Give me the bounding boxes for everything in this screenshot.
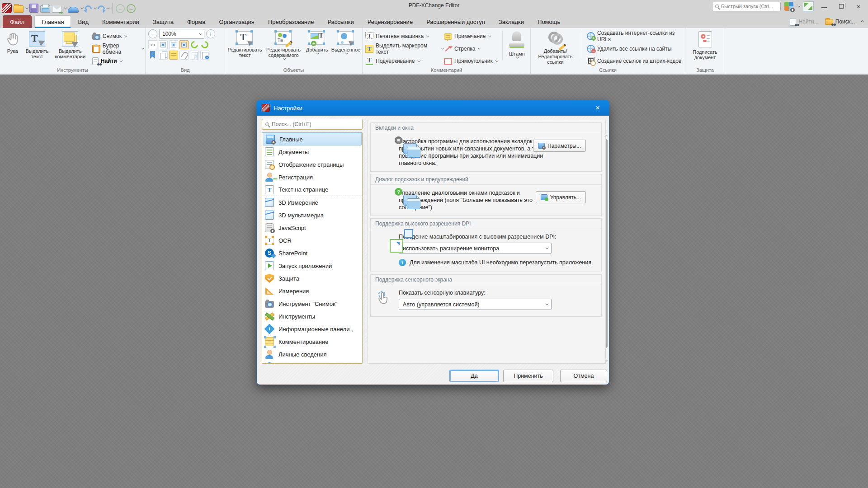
settings-search-field[interactable] — [262, 119, 363, 130]
tab[interactable]: Организация — [212, 15, 261, 28]
sidebar-item[interactable]: Запуск приложений — [262, 259, 362, 272]
fit-visible-icon[interactable] — [179, 40, 189, 49]
fullscreen-icon[interactable] — [803, 1, 814, 11]
zoom-in-button[interactable]: + — [206, 29, 215, 38]
print-icon[interactable] — [40, 5, 50, 13]
touch-keyboard-select[interactable]: Авто (управляется системой) — [399, 299, 552, 310]
thumbnails-panel-icon[interactable] — [159, 51, 168, 60]
open-file-icon[interactable] — [14, 5, 24, 13]
redo-dropdown-icon[interactable] — [107, 6, 110, 9]
tab[interactable]: Комментарий — [95, 15, 146, 28]
open-dropdown-icon[interactable] — [25, 6, 28, 9]
snapshot-button[interactable]: Снимок — [92, 32, 143, 41]
sidebar-item[interactable]: Измерения — [262, 285, 362, 297]
app-logo-icon[interactable] — [2, 3, 12, 13]
bookmarks-panel-icon[interactable] — [148, 51, 157, 60]
close-button[interactable]: × — [852, 1, 865, 11]
underline-button[interactable]: Подчеркивание — [365, 56, 443, 66]
remove-weblinks-button[interactable]: − Удалить все ссылки на сайты — [587, 44, 683, 53]
minimize-button[interactable] — [817, 1, 831, 11]
manage-button[interactable]: Управлять... — [536, 191, 586, 203]
ui-options-icon[interactable] — [784, 2, 793, 11]
tab[interactable]: Рецензирование — [361, 15, 420, 28]
rotate-right-icon[interactable] — [200, 40, 209, 49]
redo-icon[interactable] — [96, 4, 107, 14]
sidebar-item[interactable]: Информационные панели , — [262, 323, 362, 335]
fit-page-icon[interactable] — [159, 40, 168, 49]
tab[interactable]: Помощь — [531, 15, 567, 28]
hand-tool-button[interactable]: Рука — [2, 30, 23, 66]
rectangle-tool-button[interactable]: Прямоугольник — [444, 56, 500, 66]
sidebar-item[interactable]: Инструменты — [262, 310, 362, 323]
sidebar-item[interactable] — [262, 361, 362, 364]
sign-document-button[interactable]: Подписать документ — [687, 30, 723, 66]
tab[interactable]: Файл — [3, 15, 32, 28]
attachments-panel-icon[interactable] — [179, 51, 189, 60]
dialog-titlebar[interactable]: Настройки × — [256, 100, 609, 116]
email-icon[interactable] — [52, 6, 62, 13]
undo-dropdown-icon[interactable] — [94, 6, 97, 9]
nav-forward-icon[interactable]: → — [127, 4, 136, 13]
find-button[interactable]: Найти... — [790, 18, 818, 26]
sidebar-item[interactable]: Документы — [262, 145, 362, 158]
quick-launch-input[interactable] — [721, 4, 774, 9]
sidebar-item[interactable]: Личные сведения — [262, 348, 362, 361]
arrow-tool-button[interactable]: Стрелка — [444, 44, 500, 53]
ui-options-dropdown-icon[interactable] — [797, 4, 800, 7]
selected-object-button[interactable]: Выделенное — [331, 30, 360, 66]
zoom-out-button[interactable]: − — [148, 29, 157, 38]
sidebar-item[interactable]: Инструмент "Снимок" — [262, 297, 362, 310]
actual-size-icon[interactable] — [148, 40, 157, 49]
nav-back-icon[interactable]: ← — [116, 4, 125, 13]
apply-button[interactable]: Применить — [503, 370, 553, 382]
rotate-left-icon[interactable] — [190, 40, 199, 49]
sidebar-item[interactable]: Отображение страницы — [262, 158, 362, 171]
select-comments-button[interactable]: Выделить комментарии — [51, 30, 90, 66]
find-tool-button[interactable]: Найти — [92, 56, 143, 66]
tab[interactable]: Главная — [34, 15, 71, 28]
typewriter-button[interactable]: Печатная машинка — [365, 32, 443, 41]
dialog-close-icon[interactable]: × — [591, 103, 604, 113]
parameters-button[interactable]: Параметры... — [533, 140, 586, 152]
save-icon[interactable] — [29, 4, 38, 13]
sidebar-item[interactable]: 3D мультимедиа — [262, 209, 362, 221]
links-from-barcodes-button[interactable]: Создание ссылок из штрих-кодов — [587, 56, 683, 66]
dpi-behavior-select[interactable]: использовать расширение монитора — [399, 243, 552, 254]
tab[interactable]: Вид — [71, 15, 95, 28]
sidebar-item[interactable]: 3D Измерение — [262, 196, 362, 209]
fit-width-icon[interactable] — [169, 40, 178, 49]
sticky-note-button[interactable]: Примечание — [444, 32, 500, 41]
highlight-text-button[interactable]: Выделить маркером текст — [365, 44, 443, 53]
cancel-button[interactable]: Отмена — [560, 370, 607, 382]
add-object-button[interactable]: + Добавить — [304, 30, 330, 66]
sidebar-item[interactable]: OCR — [262, 234, 362, 247]
sidebar-item[interactable]: Комментирование — [262, 335, 362, 348]
add-edit-links-button[interactable]: Добавить/Редактировать ссылки — [533, 30, 578, 66]
edit-content-button[interactable]: Редактировать содержимого — [264, 30, 303, 66]
select-text-button[interactable]: Выделить текст — [23, 30, 51, 66]
tab[interactable]: Преобразование — [261, 15, 321, 28]
tab[interactable]: Расширенный доступ — [420, 15, 492, 28]
settings-search-input[interactable] — [272, 121, 359, 127]
sidebar-item[interactable]: Главные — [263, 133, 362, 145]
restore-button[interactable] — [835, 1, 848, 11]
tab[interactable]: Закладки — [492, 15, 531, 28]
search-button[interactable]: Поиск... — [825, 19, 855, 25]
email-dropdown-icon[interactable] — [64, 6, 67, 9]
quick-launch-search[interactable] — [712, 2, 781, 11]
zoom-level-combobox[interactable]: 100% — [159, 29, 204, 39]
stamp-button[interactable]: Штамп — [505, 30, 528, 66]
tab[interactable]: Форма — [180, 15, 212, 28]
collapse-ribbon-icon[interactable] — [861, 20, 864, 23]
comments-panel-icon[interactable] — [169, 51, 178, 60]
undo-icon[interactable] — [83, 4, 94, 14]
tab[interactable]: Рассылки — [321, 15, 360, 28]
sidebar-item[interactable]: JavaScript — [262, 221, 362, 234]
fields-panel-icon[interactable] — [190, 51, 199, 60]
yes-button[interactable]: Да — [449, 370, 499, 382]
scan-icon[interactable] — [68, 7, 79, 13]
create-weblinks-button[interactable]: + Создавать интернет-ссылки из URLs — [587, 32, 683, 41]
tab[interactable]: Защита — [146, 15, 180, 28]
sidebar-item[interactable]: Защита — [262, 272, 362, 285]
scan-dropdown-icon[interactable] — [80, 6, 84, 9]
